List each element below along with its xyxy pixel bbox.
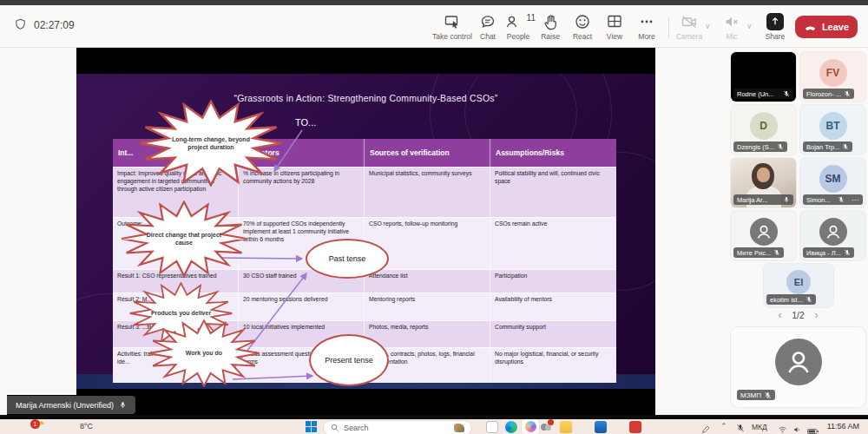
mic-off-icon	[806, 296, 812, 303]
participant-name: Bojan Trp...	[806, 143, 839, 151]
tray-hidden-icons-chevron[interactable]: ⌃	[720, 422, 727, 431]
participants-next-button[interactable]: ›	[814, 310, 818, 320]
weather-widget[interactable]: 1	[36, 421, 49, 431]
language-indicator[interactable]: МКД	[752, 423, 767, 431]
people-icon	[504, 13, 522, 30]
person-icon	[824, 222, 843, 241]
participant-tile-dzengis[interactable]: D Dzengis (S...	[731, 105, 796, 155]
view-button[interactable]: View	[599, 13, 630, 41]
search-highlight-icon	[454, 424, 464, 432]
app-notification-dot	[548, 419, 554, 425]
participant-tile-mzmp[interactable]: МЗМП	[731, 327, 865, 407]
mic-off-icon	[773, 249, 780, 256]
callout-label: Long-term change, beyond project duratio…	[137, 100, 285, 187]
participants-prev-button[interactable]: ‹	[779, 310, 782, 320]
react-label: React	[567, 32, 598, 41]
share-button[interactable]: Share	[756, 13, 794, 41]
participant-name-badge: Rodne (Un...	[733, 89, 793, 99]
chat-label: Chat	[472, 32, 503, 41]
participant-tile-rodne[interactable]: Rodne (Un...	[731, 52, 796, 102]
presenter-bottom-bar: Marija Armenski (Unverified)	[7, 395, 655, 415]
mic-off-icon	[844, 90, 851, 97]
participant-tile-marija-video[interactable]: Marija Ar...	[731, 158, 796, 207]
wifi-icon[interactable]	[778, 422, 787, 434]
participant-name-badge: Florozon- ...	[803, 89, 854, 99]
mic-button[interactable]: Mic	[716, 13, 747, 41]
participant-tile-florozon[interactable]: FV Florozon- ...	[800, 52, 865, 102]
participant-name: Marija Ar...	[737, 196, 767, 204]
slide-to-label: TO...	[295, 117, 316, 128]
tray-pen-icon[interactable]	[701, 422, 710, 434]
people-button[interactable]: 11 People	[501, 13, 536, 41]
table-cell: Photos, media, reports	[365, 320, 490, 347]
clock[interactable]: 11:56 AM	[827, 422, 859, 431]
callout-starburst-direct-change: Direct change that project cause	[115, 201, 253, 277]
leave-label: Leave	[822, 22, 849, 32]
weather-cloud-icon	[39, 424, 49, 431]
participant-name-badge: Marija Ar...	[733, 194, 793, 205]
participants-page-indicator: 1/2	[792, 311, 805, 320]
participant-name-badge: Bojan Trp...	[803, 141, 852, 152]
presenter-name: Marija Armenski (Unverified)	[16, 401, 114, 410]
mic-muted-icon	[723, 13, 740, 30]
participant-more-menu[interactable]: ⋯	[852, 196, 859, 204]
camera-button[interactable]: Camera	[672, 13, 707, 41]
more-button[interactable]: More	[631, 13, 662, 41]
participant-name: МЗМП	[740, 391, 761, 399]
camera-label: Camera	[672, 32, 707, 41]
taskbar-app-copilot-active[interactable]	[522, 419, 539, 434]
participant-name: Мите Рис...	[737, 249, 771, 257]
participant-name-badge: Dzengis (S...	[733, 141, 787, 152]
taskbar-app-notepad-icon[interactable]	[486, 421, 498, 433]
shared-slide: “Grassroots in Action: Strengthening Com…	[76, 74, 655, 389]
participant-tile-simon[interactable]: SM Simon... ⋯	[800, 158, 865, 207]
battery-icon[interactable]	[807, 423, 819, 434]
leave-button[interactable]: Leave	[795, 16, 858, 38]
participant-name: Simon...	[806, 196, 831, 204]
taskbar-app-people-icon[interactable]	[540, 421, 552, 433]
mic-options-chevron[interactable]: ∨	[746, 22, 753, 30]
participant-tile-mite[interactable]: Мите Рис...	[731, 211, 796, 260]
taskbar-app-browser-icon[interactable]	[505, 421, 517, 433]
participant-tile-ivica[interactable]: Ивица - Л...	[800, 211, 865, 260]
table-cell: Mentoring reports	[365, 293, 490, 320]
meeting-timer: 02:27:09	[14, 18, 75, 31]
taskbar-app-red-icon[interactable]	[629, 421, 641, 433]
windows-start-button[interactable]	[306, 421, 317, 432]
taskbar-search[interactable]: Search	[323, 420, 472, 434]
participants-pagination: ‹ 1/2 ›	[731, 308, 865, 322]
speaker-icon[interactable]	[792, 422, 802, 434]
taskbar-app-explorer-icon[interactable]	[560, 421, 572, 433]
table-cell: Political stability and will, continued …	[490, 167, 616, 217]
raise-button[interactable]: Raise	[535, 13, 566, 41]
participant-tile-ekotim[interactable]: EI ekotim ist...	[764, 264, 833, 307]
table-cell: Availability of mentors	[490, 293, 616, 320]
participant-name: Dzengis (S...	[737, 143, 774, 151]
participant-tile-bojan[interactable]: BT Bojan Trp...	[800, 105, 865, 155]
take-control-button[interactable]: Take control	[429, 13, 476, 41]
share-up-arrow-icon	[769, 15, 781, 27]
avatar-placeholder	[775, 339, 822, 385]
callout-starburst-long-term: Long-term change, beyond project duratio…	[137, 100, 285, 187]
chat-button[interactable]: Chat	[472, 13, 503, 41]
table-cell: Participation	[490, 269, 616, 293]
more-label: More	[631, 32, 662, 41]
mic-on-icon	[783, 196, 790, 203]
camera-options-chevron[interactable]: ∨	[705, 22, 711, 30]
take-control-icon	[444, 13, 461, 30]
avatar-initials: EI	[786, 270, 811, 294]
raise-hand-icon	[542, 13, 559, 30]
person-icon	[754, 222, 773, 241]
callout-label: Work you do	[135, 319, 273, 387]
participant-name-badge: ekotim ist...	[766, 294, 816, 305]
avatar-placeholder	[750, 218, 778, 246]
copilot-icon	[525, 421, 536, 432]
table-cell: 20 mentoring sessions delivered	[239, 293, 365, 320]
table-cell: CSOs remain active	[490, 217, 616, 269]
tray-mic-status-icon[interactable]	[736, 421, 745, 434]
person-icon	[783, 346, 814, 378]
react-button[interactable]: React	[567, 13, 598, 41]
taskbar-app-outlook-icon[interactable]	[595, 421, 607, 433]
view-grid-icon	[606, 13, 623, 30]
shield-icon	[14, 18, 27, 31]
